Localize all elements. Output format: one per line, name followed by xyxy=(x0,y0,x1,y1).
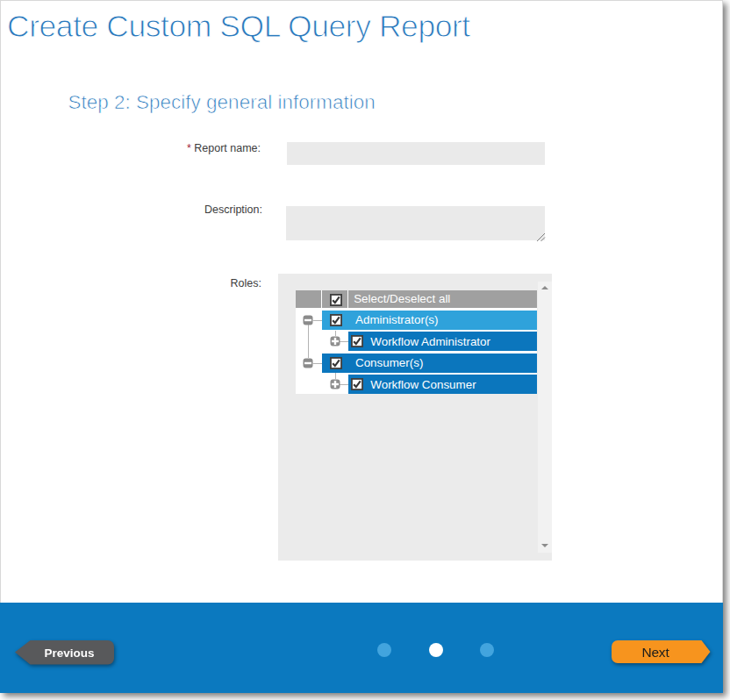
svg-text:Previous: Previous xyxy=(44,646,94,659)
svg-text:Next: Next xyxy=(641,645,669,660)
